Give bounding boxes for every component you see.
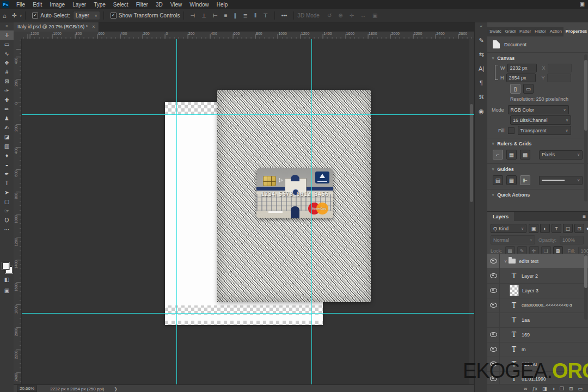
align-right-icon[interactable]: ⊢ [210, 13, 221, 19]
crop-tool[interactable]: # [0, 68, 14, 77]
pixel-grid-icon[interactable]: ▩ [520, 150, 530, 160]
visibility-toggle[interactable] [487, 342, 500, 357]
tab-patter[interactable]: Patter [517, 27, 532, 36]
tab-action[interactable]: Action [548, 27, 564, 36]
frame-tool[interactable]: ⊠ [0, 77, 14, 86]
expand-panels-icon[interactable]: « [475, 22, 488, 33]
distribute-h-icon[interactable]: ∥ [231, 13, 240, 19]
layer-row[interactable]: ∨edits text [487, 254, 588, 269]
height-field[interactable]: 2854 px [506, 74, 536, 82]
tab-swatc[interactable]: Swatc [487, 27, 503, 36]
horizontal-guide[interactable] [21, 313, 474, 314]
visibility-toggle[interactable] [487, 268, 500, 283]
brush-settings-icon[interactable]: ✎ [475, 33, 488, 47]
chevron-down-icon[interactable]: ∨ [504, 259, 507, 264]
landscape-orientation-button[interactable]: ▭ [523, 84, 534, 94]
tab-histor[interactable]: Histor [532, 27, 548, 36]
adjustment-layer-icon[interactable]: ◑ [552, 386, 554, 391]
tab-gradi[interactable]: Gradi [503, 27, 517, 36]
link-layers-icon[interactable]: ∞ [524, 386, 527, 391]
blend-mode-dropdown[interactable]: Normal ∨ [491, 235, 535, 244]
layer-row[interactable]: T1aa [487, 313, 588, 328]
menu-filter[interactable]: Filter [132, 0, 152, 9]
canvas-section-header[interactable]: ∨ Canvas [492, 56, 514, 61]
app-control-icon[interactable]: ▣ [580, 1, 585, 7]
properties-scrollbar[interactable] [584, 54, 587, 201]
rectangle-tool[interactable]: ▢ [0, 197, 14, 206]
canvas-scrollbar[interactable] [469, 39, 474, 384]
layer-effects-icon[interactable]: ƒx [532, 386, 537, 391]
more-tools[interactable]: ⋯ [0, 225, 14, 234]
filter-smart-icon[interactable]: ⊡ [574, 224, 584, 233]
libraries-panel-icon[interactable]: ◉ [475, 104, 488, 118]
brush-tool[interactable]: ✏ [0, 105, 14, 114]
type-tool[interactable]: T [0, 179, 14, 188]
lasso-tool[interactable]: ∿ [0, 49, 14, 58]
menu-3d[interactable]: 3D [152, 0, 167, 9]
horizontal-guide[interactable] [21, 114, 474, 115]
auto-select-dropdown[interactable]: Layer ∨ [73, 11, 100, 20]
filter-shape-icon[interactable]: ▢ [563, 224, 573, 233]
distribute-v-icon[interactable]: ≣ [240, 13, 251, 19]
eyedropper-tool[interactable]: ✑ [0, 86, 14, 95]
portrait-orientation-button[interactable]: ▯ [510, 84, 520, 94]
vertical-guide[interactable] [176, 39, 177, 384]
credit-card-image[interactable]: 1234 5678 9012 3456 MasterCard [256, 168, 333, 218]
status-arrow-icon[interactable]: ❯ [114, 387, 118, 391]
healing-brush-tool[interactable]: ✚ [0, 95, 14, 105]
menu-file[interactable]: File [13, 0, 29, 9]
color-swatches[interactable] [2, 262, 12, 273]
link-dimensions-icon[interactable] [495, 65, 498, 80]
lock-guides-icon[interactable]: ⊩ [520, 175, 530, 185]
opacity-field[interactable]: 100% [560, 236, 584, 244]
move-tool[interactable]: ✛ [0, 30, 14, 40]
quick-mask-icon[interactable]: ◧ [0, 277, 14, 283]
blur-tool[interactable]: ♦ [0, 151, 14, 160]
layer-row[interactable]: TLayer 2 [487, 268, 588, 284]
add-guides-icon[interactable]: ▤ [493, 175, 503, 185]
clone-stamp-tool[interactable]: ♟ [0, 114, 14, 123]
layer-row[interactable]: T169 [487, 327, 588, 342]
visibility-toggle[interactable] [487, 313, 500, 327]
menu-layer[interactable]: Layer [69, 0, 90, 9]
menu-type[interactable]: Type [90, 0, 109, 9]
marquee-tool[interactable]: ▭ [0, 40, 14, 49]
menu-select[interactable]: Select [109, 0, 132, 9]
screen-mode-icon[interactable]: ▣ [0, 287, 14, 293]
filter-pixel-icon[interactable]: ▣ [529, 224, 538, 233]
ruler-units-dropdown[interactable]: Pixels ∨ [539, 150, 583, 160]
show-transform-checkbox[interactable]: ✓ [111, 13, 117, 19]
history-brush-tool[interactable]: ✍ [0, 123, 14, 132]
filter-kind-dropdown[interactable]: Ǫ Kind ∨ [491, 224, 526, 233]
zoom-tool[interactable]: Ǫ [0, 216, 14, 225]
object-selection-tool[interactable]: ❖ [0, 58, 14, 68]
auto-select-checkbox[interactable]: ✓ [32, 13, 38, 19]
visibility-toggle[interactable] [487, 283, 500, 298]
zoom-level-field[interactable]: 20.66% [17, 385, 37, 392]
bit-depth-dropdown[interactable]: 16 Bits/Channel ∨ [510, 115, 571, 125]
visibility-toggle[interactable] [487, 298, 500, 313]
tool-presets-icon[interactable]: ⇆ [475, 47, 488, 62]
grid-toggle-icon[interactable]: ▦ [506, 150, 517, 160]
hand-tool[interactable]: ☞ [0, 206, 14, 216]
visibility-toggle[interactable] [487, 327, 500, 342]
character-panel-icon[interactable]: A| [475, 62, 488, 76]
horizontal-ruler[interactable]: 1200100080060040020002004006008001000120… [21, 32, 474, 39]
align-top-icon[interactable]: ≡ [221, 13, 231, 19]
layer-row[interactable]: Tc8a000000..<<<<<<<<0 d [487, 298, 588, 313]
layers-panel-menu-icon[interactable]: ≡ [583, 213, 586, 219]
filter-adjustment-icon[interactable]: ◐ [540, 224, 550, 233]
eraser-tool[interactable]: ◪ [0, 132, 14, 142]
align-left-icon[interactable]: ⊣ [187, 13, 199, 19]
menu-help[interactable]: Help [213, 0, 232, 9]
width-field[interactable]: 2232 px [507, 64, 537, 72]
fill-swatch[interactable] [508, 127, 514, 134]
layers-scrollbar[interactable] [584, 254, 587, 320]
menu-view[interactable]: View [167, 0, 186, 9]
vertical-guide[interactable] [311, 39, 312, 384]
home-icon[interactable]: ⌂ [0, 13, 9, 19]
distribute-center-icon[interactable]: ⊤ [260, 13, 271, 19]
layer-row[interactable]: Tm [487, 342, 588, 357]
align-center-h-icon[interactable]: ⊥ [198, 13, 210, 19]
fill-dropdown[interactable]: Transparent ∨ [518, 126, 571, 135]
